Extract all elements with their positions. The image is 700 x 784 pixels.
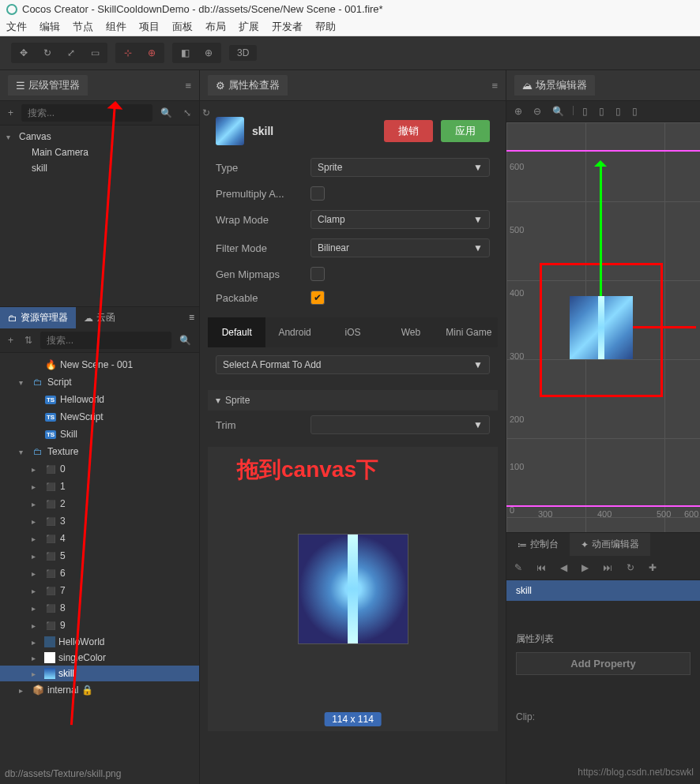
format-select-dropdown[interactable]: Select A Format To Add▼ — [216, 355, 490, 374]
prop-premul-checkbox[interactable] — [310, 186, 325, 201]
assets-item[interactable]: ▸singleColor — [0, 650, 199, 666]
rotate-tool-icon[interactable]: ↻ — [36, 44, 58, 62]
zoom-in-icon[interactable]: ⊕ — [511, 104, 525, 118]
axis-label: 300 — [538, 509, 552, 519]
zoom-out-icon[interactable]: ⊖ — [530, 104, 544, 118]
pivot-tool-icon[interactable]: ⊕ — [141, 44, 163, 62]
hierarchy-add-icon[interactable]: + — [5, 106, 17, 120]
chevron-down-icon: ▼ — [473, 242, 483, 253]
anim-first-icon[interactable]: ⏮ — [533, 561, 549, 575]
menu-file[interactable]: 文件 — [6, 20, 27, 34]
menu-extension[interactable]: 扩展 — [239, 20, 259, 34]
menu-panel[interactable]: 面板 — [172, 20, 193, 34]
revert-button[interactable]: 撤销 — [384, 120, 433, 142]
props-list-title: 属性列表 — [516, 632, 691, 646]
assets-search-icon[interactable]: 🔍 — [176, 333, 194, 347]
assets-item[interactable]: ▾🗀Script — [0, 373, 199, 391]
cloud-tab[interactable]: ☁ 云函 — [76, 307, 123, 328]
sprite-section-header[interactable]: ▾Sprite — [208, 390, 498, 411]
move-tool-icon[interactable]: ✥ — [13, 44, 35, 62]
assets-item[interactable]: ▸⬛7 — [0, 582, 199, 599]
scale-tool-icon[interactable]: ⤢ — [60, 44, 82, 62]
align-top-icon[interactable]: ▯ — [629, 104, 641, 118]
local-tool-icon[interactable]: ◧ — [174, 44, 196, 62]
assets-item[interactable]: ▾🗀Texture — [0, 443, 199, 460]
align-right-icon[interactable]: ▯ — [612, 104, 624, 118]
scene-skill-node[interactable] — [570, 296, 633, 359]
assets-item[interactable]: ▸skill — [0, 666, 199, 681]
assets-item[interactable]: TSHelloworld — [0, 391, 199, 408]
hierarchy-search-input[interactable] — [21, 104, 152, 122]
console-tab[interactable]: ≔控制台 — [506, 533, 570, 556]
inspector-menu-icon[interactable]: ≡ — [491, 80, 498, 92]
3d-toggle-button[interactable]: 3D — [229, 45, 257, 61]
add-property-button[interactable]: Add Property — [516, 652, 691, 675]
chevron-down-icon: ▼ — [473, 359, 483, 370]
platform-web-tab[interactable]: Web — [382, 317, 439, 347]
menu-developer[interactable]: 开发者 — [272, 20, 303, 34]
menu-node[interactable]: 节点 — [73, 20, 93, 34]
x-axis-gizmo[interactable] — [633, 326, 696, 328]
hierarchy-item-skill[interactable]: skill — [0, 160, 199, 176]
assets-item[interactable]: ▸⬛0 — [0, 460, 199, 478]
hierarchy-menu-icon[interactable]: ≡ — [185, 80, 191, 92]
menu-component[interactable]: 组件 — [106, 20, 126, 34]
anim-edit-icon[interactable]: ✎ — [511, 561, 525, 575]
scene-view[interactable]: 600 500 400 300 200 100 0 300 400 500 60… — [506, 122, 700, 532]
assets-item[interactable]: ▸⬛6 — [0, 565, 199, 582]
platform-ios-tab[interactable]: iOS — [324, 317, 382, 347]
status-bar: db://assets/Texture/skill.png — [5, 768, 121, 779]
align-left-icon[interactable]: ▯ — [579, 104, 591, 118]
anim-add-icon[interactable]: ✚ — [645, 561, 660, 575]
platform-default-tab[interactable]: Default — [208, 317, 265, 347]
anchor-tool-icon[interactable]: ⊹ — [117, 44, 139, 62]
assets-item[interactable]: ▸⬛9 — [0, 617, 199, 634]
assets-item[interactable]: ▸HelloWorld — [0, 634, 199, 650]
hierarchy-search-icon[interactable]: 🔍 — [157, 106, 175, 120]
assets-item[interactable]: ▸⬛2 — [0, 495, 199, 512]
prop-packable-label: Packable — [216, 292, 303, 304]
animator-tab[interactable]: ✦动画编辑器 — [570, 533, 650, 556]
assets-item[interactable]: ▸⬛4 — [0, 530, 199, 547]
assets-sort-icon[interactable]: ⇅ — [21, 333, 36, 347]
anim-play-icon[interactable]: ▶ — [578, 561, 592, 575]
prop-trim-dropdown[interactable]: ▼ — [310, 415, 490, 434]
prop-type-dropdown[interactable]: Sprite▼ — [310, 158, 490, 177]
align-center-icon[interactable]: ▯ — [596, 104, 608, 118]
hierarchy-item-canvas[interactable]: ▾Canvas — [0, 129, 199, 144]
menu-layout[interactable]: 布局 — [205, 20, 226, 34]
hierarchy-collapse-icon[interactable]: ⤡ — [180, 106, 194, 120]
anim-loop-icon[interactable]: ↻ — [623, 561, 638, 575]
prop-mipmap-checkbox[interactable] — [310, 267, 325, 281]
assets-item[interactable]: ▸⬛8 — [0, 599, 199, 617]
anim-prev-icon[interactable]: ◀ — [557, 561, 570, 575]
prop-wrap-dropdown[interactable]: Clamp▼ — [310, 210, 490, 229]
anim-next-icon[interactable]: ⏭ — [600, 561, 615, 575]
assets-menu-icon[interactable]: ≡ — [184, 307, 199, 328]
assets-item[interactable]: TSNewScript — [0, 408, 199, 426]
menu-edit[interactable]: 编辑 — [40, 20, 60, 34]
assets-tab[interactable]: 🗀 资源管理器 — [0, 307, 76, 328]
scene-icon: ⛰ — [522, 80, 533, 92]
hierarchy-tree: ▾Canvas Main Camera skill — [0, 126, 199, 306]
anim-clip-item[interactable]: skill — [506, 580, 700, 601]
platform-minigame-tab[interactable]: Mini Game — [440, 317, 498, 347]
platform-android-tab[interactable]: Android — [265, 317, 323, 347]
assets-item[interactable]: ▸⬛3 — [0, 512, 199, 530]
assets-item[interactable]: 🔥New Scene - 001 — [0, 356, 199, 373]
assets-add-icon[interactable]: + — [5, 333, 17, 347]
menu-help[interactable]: 帮助 — [315, 20, 336, 34]
assets-item[interactable]: ▸📦internal 🔒 — [0, 681, 199, 699]
apply-button[interactable]: 应用 — [441, 120, 490, 142]
rect-tool-icon[interactable]: ▭ — [84, 44, 106, 62]
hierarchy-item-camera[interactable]: Main Camera — [0, 144, 199, 160]
assets-item[interactable]: ▸⬛1 — [0, 478, 199, 495]
menu-project[interactable]: 项目 — [139, 20, 160, 34]
assets-item[interactable]: ▸⬛5 — [0, 547, 199, 565]
assets-item[interactable]: TSSkill — [0, 426, 199, 443]
assets-search-input[interactable] — [40, 332, 171, 349]
global-tool-icon[interactable]: ⊕ — [198, 44, 220, 62]
prop-packable-checkbox[interactable]: ✔ — [310, 291, 325, 305]
zoom-fit-icon[interactable]: 🔍 — [549, 104, 567, 118]
prop-filter-dropdown[interactable]: Bilinear▼ — [310, 238, 490, 257]
